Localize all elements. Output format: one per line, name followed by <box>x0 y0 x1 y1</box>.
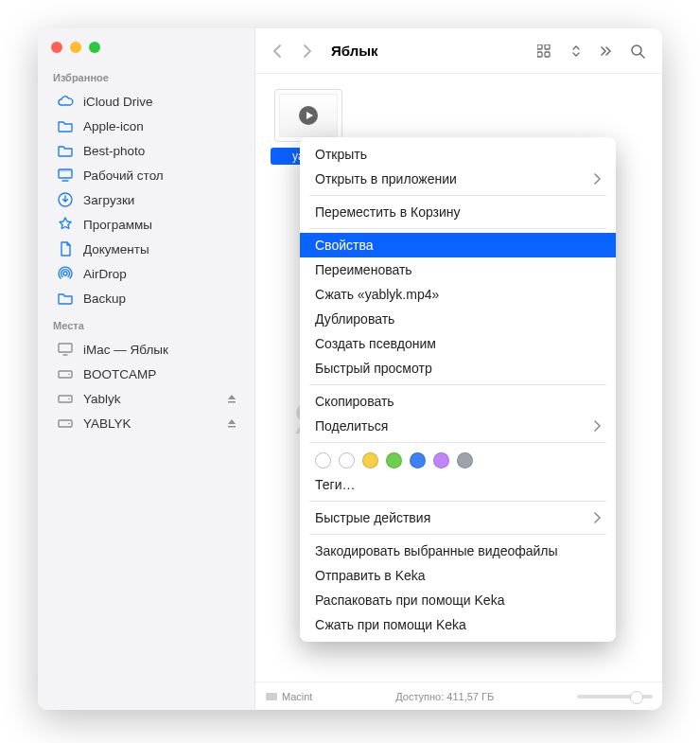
forward-button[interactable] <box>297 44 316 59</box>
more-toolbar-icon[interactable] <box>594 44 617 58</box>
back-button[interactable] <box>269 44 288 59</box>
eject-icon[interactable] <box>226 393 237 404</box>
sidebar-item-backup[interactable]: Backup <box>51 286 243 310</box>
menu-separator <box>309 384 606 385</box>
svg-point-10 <box>68 398 70 400</box>
chevron-right-icon <box>593 420 601 432</box>
svg-point-4 <box>63 272 67 275</box>
sidebar-item-label: AirDrop <box>83 267 127 281</box>
doc-icon <box>57 240 74 257</box>
view-grid-icon[interactable] <box>534 44 558 58</box>
airdrop-icon <box>57 265 74 282</box>
path-label: Macint <box>282 691 312 702</box>
menu-item-label: Дублировать <box>315 311 394 327</box>
svg-rect-14 <box>228 426 236 428</box>
menu-item[interactable]: Быстрые действия <box>300 505 616 530</box>
menu-item[interactable]: Отправить в Keka <box>300 563 616 588</box>
svg-rect-9 <box>59 396 72 402</box>
menu-separator <box>309 501 606 502</box>
close-window[interactable] <box>51 42 62 53</box>
menu-item[interactable]: Открыть в приложении <box>300 167 616 191</box>
menu-item-label: Сжать при помощи Keka <box>315 617 466 632</box>
menu-item-label: Свойства <box>315 238 373 253</box>
minimize-window[interactable] <box>70 42 81 53</box>
sidebar-item-рабочий-стол[interactable]: Рабочий стол <box>51 163 243 187</box>
sidebar-item-apple-icon[interactable]: Apple-icon <box>51 114 243 138</box>
tag-color[interactable] <box>410 452 426 469</box>
folder-icon <box>57 290 74 307</box>
menu-separator <box>309 228 606 229</box>
zoom-window[interactable] <box>89 42 100 53</box>
sidebar-location-yablyk[interactable]: YABLYK <box>51 411 243 435</box>
tag-color[interactable] <box>315 452 331 469</box>
sidebar-item-label: Apple-icon <box>83 119 144 133</box>
disk-icon <box>57 415 74 432</box>
sidebar-item-label: iCloud Drive <box>83 95 153 109</box>
sidebar-item-загрузки[interactable]: Загрузки <box>51 187 243 212</box>
menu-item[interactable]: Дублировать <box>300 307 616 331</box>
chevron-right-icon <box>593 173 601 185</box>
tag-color[interactable] <box>362 452 378 469</box>
download-icon <box>57 191 74 208</box>
svg-point-13 <box>68 423 70 425</box>
sidebar-item-icloud-drive[interactable]: iCloud Drive <box>51 89 243 114</box>
file-thumbnail <box>274 89 342 142</box>
svg-rect-1 <box>59 169 72 172</box>
view-options-icon[interactable] <box>568 44 585 58</box>
menu-item-label: Переименовать <box>315 262 412 277</box>
sidebar-item-label: BOOTCAMP <box>83 367 156 381</box>
menu-item[interactable]: Переместить в Корзину <box>300 200 616 224</box>
sidebar-location-imac-—-яблык[interactable]: iMac — Яблык <box>51 337 243 362</box>
svg-rect-7 <box>59 371 72 378</box>
favorites-header: Избранное <box>53 72 243 83</box>
svg-rect-12 <box>59 420 72 427</box>
menu-item-label: Быстрые действия <box>315 510 430 525</box>
menu-item[interactable]: Сжать при помощи Keka <box>300 612 616 637</box>
sidebar-item-label: Yablyk <box>83 392 121 406</box>
disk-icon <box>265 690 278 703</box>
menu-item[interactable]: Переименовать <box>300 257 616 282</box>
svg-rect-21 <box>266 693 277 700</box>
cloud-icon <box>57 93 74 110</box>
window-controls <box>51 42 243 53</box>
disk-icon <box>57 390 74 407</box>
menu-item[interactable]: Скопировать <box>300 389 616 414</box>
sidebar-item-документы[interactable]: Документы <box>51 237 243 261</box>
sidebar-location-yablyk[interactable]: Yablyk <box>51 386 243 411</box>
menu-item[interactable]: Теги… <box>300 472 616 497</box>
sidebar-item-label: Загрузки <box>83 193 134 207</box>
search-icon[interactable] <box>626 44 649 59</box>
menu-item[interactable]: Распаковать при помощи Keka <box>300 588 616 612</box>
tag-color-row <box>300 447 616 472</box>
sidebar-item-label: YABLYK <box>83 416 131 431</box>
context-menu: ОткрытьОткрыть в приложенииПереместить в… <box>300 137 616 642</box>
folder-icon <box>57 117 74 134</box>
svg-rect-5 <box>59 344 72 352</box>
menu-item[interactable]: Сжать «yablyk.mp4» <box>300 282 616 307</box>
menu-item[interactable]: Поделиться <box>300 414 616 438</box>
sidebar-item-airdrop[interactable]: AirDrop <box>51 261 243 286</box>
menu-item[interactable]: Создать псевдоним <box>300 331 616 356</box>
sidebar-item-label: Программы <box>83 218 152 232</box>
eject-icon[interactable] <box>226 417 237 429</box>
sidebar-item-label: iMac — Яблык <box>83 343 168 357</box>
tag-color[interactable] <box>386 452 402 469</box>
sidebar-item-best-photo[interactable]: Best-photo <box>51 138 243 163</box>
menu-item-label: Распаковать при помощи Keka <box>315 593 504 608</box>
menu-item-label: Создать псевдоним <box>315 336 436 351</box>
tag-color[interactable] <box>457 452 473 469</box>
sidebar-location-bootcamp[interactable]: BOOTCAMP <box>51 362 243 386</box>
tag-color[interactable] <box>339 452 355 469</box>
icon-size-slider[interactable] <box>577 695 653 699</box>
sidebar-item-программы[interactable]: Программы <box>51 212 243 237</box>
sidebar-item-label: Backup <box>83 292 126 306</box>
display-icon <box>57 341 74 358</box>
disk-icon <box>57 365 74 382</box>
menu-item[interactable]: Закодировать выбранные видеофайлы <box>300 539 616 563</box>
svg-rect-17 <box>537 52 542 57</box>
tag-color[interactable] <box>433 452 449 469</box>
menu-item[interactable]: Открыть <box>300 142 616 167</box>
menu-item[interactable]: Быстрый просмотр <box>300 356 616 380</box>
menu-item[interactable]: Свойства <box>300 233 616 257</box>
path-bar[interactable]: Macint <box>265 690 312 703</box>
